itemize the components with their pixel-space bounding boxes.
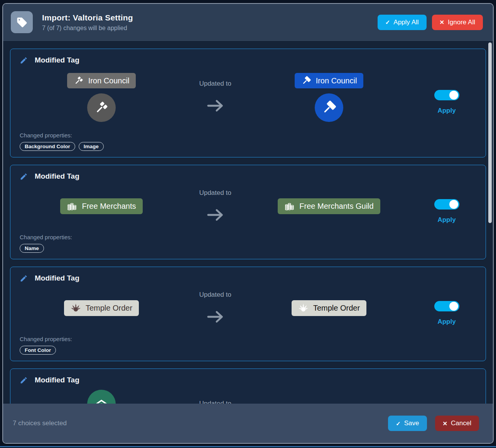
pencil-icon — [20, 172, 28, 181]
toggle-knob — [449, 91, 458, 100]
ignore-all-button[interactable]: ✕ Ignore All — [432, 15, 483, 30]
arrow-right-icon — [206, 207, 225, 223]
updated-to-label: Updated to — [199, 80, 231, 88]
changed-properties-label: Changed properties: — [20, 336, 479, 342]
x-icon: ✕ — [443, 421, 448, 426]
apply-label: Apply — [437, 318, 456, 326]
apply-label: Apply — [437, 107, 456, 115]
toggle-knob — [449, 302, 458, 311]
coins-icon — [67, 201, 77, 211]
warhammer-icon — [321, 100, 337, 115]
cancel-label: Cancel — [451, 419, 471, 427]
coins-icon — [284, 201, 295, 211]
modified-tag-card: Modified Tag Free Merchants Updated to — [10, 165, 486, 259]
tag-pill-after: Temple Order — [292, 300, 366, 316]
tag-avatar-after — [315, 93, 343, 122]
updated-to-label: Updated to — [199, 291, 231, 299]
tag-pill-before: Free Merchants — [60, 198, 142, 214]
changed-property-pill: Name — [20, 244, 44, 253]
toggle-knob — [449, 200, 458, 209]
apply-toggle[interactable] — [434, 90, 459, 100]
pencil-icon — [20, 56, 28, 64]
pencil-icon — [20, 274, 28, 282]
changed-properties-label: Changed properties: — [20, 234, 479, 240]
tag-avatar-before — [87, 93, 116, 122]
arrow-right-icon — [206, 98, 225, 113]
arrow-right-icon — [206, 309, 225, 325]
card-title: Modified Tag — [35, 274, 79, 282]
check-icon: ✓ — [385, 19, 390, 25]
ignore-all-label: Ignore All — [448, 19, 475, 26]
spiked-sun-icon — [298, 303, 309, 313]
modified-tag-card: Modified Tag Iron Council Updated to — [10, 49, 486, 157]
tag-label: Temple Order — [313, 304, 360, 313]
changed-property-pill: Font Color — [20, 346, 56, 355]
apply-toggle[interactable] — [434, 301, 459, 311]
tag-pill-before: Iron Council — [67, 73, 136, 88]
tag-avatar-before — [87, 390, 116, 404]
modified-tag-card: Modified Tag Updated to — [10, 369, 486, 404]
rank-chevrons-icon — [93, 396, 110, 404]
gavel-icon — [74, 76, 84, 86]
warhammer-icon — [301, 76, 311, 86]
tag-label: Free Merchants — [82, 202, 136, 211]
spiked-sun-icon — [71, 303, 81, 313]
modified-tag-card: Modified Tag Temple Order Updated to — [10, 267, 486, 361]
card-title: Modified Tag — [35, 376, 79, 384]
tag-pill-before: Temple Order — [64, 300, 139, 316]
tag-label: Iron Council — [316, 76, 357, 85]
tags-icon-tile — [11, 11, 33, 33]
page-bottom-accent — [0, 446, 496, 447]
tags-icon — [16, 17, 28, 28]
dialog-footer: 7 choices selected ✓ Save ✕ Cancel — [3, 404, 493, 443]
choices-selected-text: 7 choices selected — [13, 419, 388, 427]
tag-pill-after: Iron Council — [295, 73, 364, 88]
apply-all-label: Apply All — [393, 19, 418, 26]
check-icon: ✓ — [396, 421, 401, 426]
save-button[interactable]: ✓ Save — [388, 416, 427, 431]
apply-all-button[interactable]: ✓ Apply All — [378, 15, 427, 30]
cancel-button[interactable]: ✕ Cancel — [435, 416, 479, 431]
changed-properties-label: Changed properties: — [20, 132, 479, 139]
changed-property-pill: Background Color — [20, 142, 75, 151]
gavel-icon — [94, 100, 109, 115]
apply-label: Apply — [437, 216, 456, 224]
card-title: Modified Tag — [35, 172, 79, 181]
scrollbar-thumb[interactable] — [488, 42, 492, 223]
tag-label: Temple Order — [86, 304, 132, 313]
changed-property-pill: Image — [79, 142, 104, 151]
tag-label: Free Merchants Guild — [299, 202, 373, 211]
card-title: Modified Tag — [35, 56, 79, 64]
dialog-header: Import: Valtoria Setting 7 (of 7) change… — [3, 4, 493, 41]
import-dialog: Import: Valtoria Setting 7 (of 7) change… — [2, 3, 494, 444]
updated-to-label: Updated to — [199, 400, 231, 404]
x-icon: ✕ — [440, 19, 445, 25]
apply-toggle[interactable] — [434, 199, 459, 210]
tag-label: Iron Council — [88, 76, 130, 85]
updated-to-label: Updated to — [199, 189, 231, 197]
dialog-subtitle: 7 (of 7) changes will be applied — [42, 25, 378, 32]
save-label: Save — [404, 419, 419, 427]
changes-list: Modified Tag Iron Council Updated to — [3, 41, 493, 404]
tag-pill-after: Free Merchants Guild — [278, 198, 380, 214]
pencil-icon — [20, 376, 28, 384]
dialog-title: Import: Valtoria Setting — [42, 13, 378, 22]
